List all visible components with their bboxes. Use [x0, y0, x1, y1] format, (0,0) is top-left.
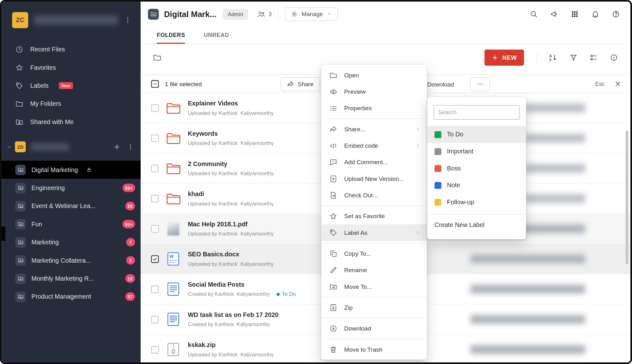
file-meta: Uploaded by Karthick Kaliyamoorthy	[188, 200, 274, 206]
sidebar-folder-fun[interactable]: Fun 99+	[2, 215, 141, 233]
sort-az-icon[interactable]	[549, 53, 557, 62]
sidebar-folder-event-webinar[interactable]: Event & Webinar Lea... 20	[2, 197, 141, 215]
menu-item-add-comment[interactable]: Add Comment...	[321, 154, 427, 170]
help-icon[interactable]	[612, 10, 620, 18]
folder-icon	[15, 100, 23, 108]
more-actions-button[interactable]	[471, 77, 490, 91]
tab-unread[interactable]: UNREAD	[204, 27, 229, 44]
unread-count-badge: 2	[126, 256, 135, 265]
file-meta: Uploaded by Karthick Kaliyamoorthy	[188, 261, 274, 267]
eye-icon	[329, 87, 337, 96]
menu-item-move-to[interactable]: Move To...	[321, 278, 427, 295]
menu-item-set-as-favorite[interactable]: Set as Favorite	[321, 208, 427, 224]
create-new-label[interactable]: Create New Label	[427, 217, 526, 234]
deselect-all-checkbox[interactable]	[151, 80, 159, 88]
team-folder-list: Digital Marketing Engineering 99+ Event …	[2, 161, 141, 306]
menu-item-move-to-trash[interactable]: Move to Trash	[321, 341, 427, 357]
label-search-input[interactable]	[434, 105, 520, 120]
menu-item-open[interactable]: Open	[321, 67, 427, 83]
file-meta: Created by Karthick Kaliyamoorthy	[188, 321, 270, 327]
menu-item-upload-new-version[interactable]: Upload New Version...	[321, 170, 427, 187]
sidebar-item-favorites[interactable]: Favorites	[2, 58, 141, 76]
menu-item-properties[interactable]: Properties	[321, 100, 427, 116]
sidebar-folder-digital-marketing[interactable]: Digital Marketing	[2, 161, 141, 179]
label-option-boss[interactable]: Boss	[427, 160, 526, 177]
menu-item-label-as[interactable]: Label As	[321, 224, 427, 241]
sidebar-item-label: Recent Files	[30, 46, 65, 53]
row-checkbox[interactable]	[151, 225, 159, 232]
menu-item-preview[interactable]: Preview	[321, 83, 427, 100]
chevron-down-icon[interactable]	[6, 144, 12, 150]
chevron-right-icon	[415, 230, 421, 235]
row-checkbox[interactable]	[151, 315, 159, 323]
label-dot	[276, 293, 280, 296]
row-checkbox[interactable]	[151, 104, 159, 112]
file-meta: Created by Karthick Kaliyamoorthy	[188, 291, 270, 297]
row-checkbox[interactable]	[151, 164, 159, 172]
sidebar-folder-engineering[interactable]: Engineering 99+	[2, 179, 141, 197]
label-option-important[interactable]: Important	[427, 143, 526, 160]
menu-item-share[interactable]: Share...	[321, 121, 427, 137]
team-menu-icon[interactable]	[127, 143, 134, 150]
file-name: SEO Basics.docx	[188, 251, 274, 258]
sidebar-item-recent-files[interactable]: Recent Files	[2, 40, 141, 58]
blurred-text	[525, 194, 585, 203]
label-color-swatch	[434, 165, 441, 172]
menu-item-zip[interactable]: Zip	[321, 299, 427, 316]
star-icon	[15, 63, 23, 72]
row-checkbox[interactable]	[151, 346, 159, 353]
breadcrumb-folder-icon[interactable]	[153, 53, 161, 62]
menu-item-embed-code[interactable]: Embed code	[321, 137, 427, 154]
info-icon[interactable]	[610, 53, 618, 62]
sidebar-item-shared-with-me[interactable]: Shared with Me	[2, 113, 141, 131]
search-icon[interactable]	[530, 10, 538, 18]
label-option-note[interactable]: Note	[427, 177, 526, 194]
filter-icon[interactable]	[569, 53, 578, 62]
row-checkbox[interactable]	[151, 285, 159, 293]
writer-doc-icon	[167, 252, 179, 266]
comment-icon	[329, 158, 337, 166]
sidebar-folder-monthly-marketing[interactable]: Monthly Marketing R... 16	[2, 269, 141, 287]
todo-label[interactable]: To Do	[276, 291, 296, 297]
team-avatar[interactable]: ZD	[15, 141, 26, 152]
divider	[536, 52, 536, 62]
label-submenu: To Do Important Boss Note Follow-up Crea…	[427, 97, 526, 239]
sidebar-folder-product-management[interactable]: Product Management 57	[2, 288, 141, 306]
scrollbar-thumb[interactable]	[626, 130, 629, 264]
menu-divider	[321, 297, 427, 297]
menu-item-rename[interactable]: Rename	[321, 262, 427, 278]
chevron-right-icon	[415, 143, 421, 148]
org-menu-icon[interactable]	[124, 16, 132, 24]
new-button[interactable]: NEW	[484, 49, 524, 65]
gear-icon	[291, 10, 298, 18]
download-icon	[329, 324, 337, 332]
manage-button[interactable]: Manage	[285, 7, 337, 21]
notifications-bell-icon[interactable]	[591, 10, 599, 18]
share-button[interactable]: Share	[281, 77, 320, 91]
label-option-to-do[interactable]: To Do	[427, 126, 526, 143]
announcements-icon[interactable]	[550, 10, 558, 18]
menu-item-check-out[interactable]: Check Out...	[321, 187, 427, 203]
sidebar-folder-marketing[interactable]: Marketing 7	[2, 233, 141, 251]
sidebar-item-labels[interactable]: Labels New	[2, 76, 141, 94]
org-avatar[interactable]: ZC	[12, 12, 28, 28]
add-folder-icon[interactable]	[113, 143, 120, 150]
menu-item-download[interactable]: Download	[321, 320, 427, 337]
tab-folders[interactable]: FOLDERS	[157, 27, 185, 44]
scroll-indicator	[2, 227, 5, 241]
row-checkbox[interactable]	[151, 134, 159, 142]
team-header: ZD	[2, 138, 141, 156]
sidebar-item-my-folders[interactable]: My Folders	[2, 95, 141, 113]
row-checkbox-checked[interactable]	[151, 255, 159, 263]
apps-grid-icon[interactable]	[571, 10, 579, 18]
members-button[interactable]: 3	[257, 10, 272, 19]
label-option-follow-up[interactable]: Follow-up	[427, 194, 526, 211]
upload-version-icon	[329, 175, 337, 183]
file-meta: Uploaded by Karthick Kaliyamoorthy	[188, 110, 274, 116]
sidebar-folder-marketing-collateral[interactable]: Marketing Collatera... 2	[2, 251, 141, 269]
menu-item-copy-to[interactable]: Copy To...	[321, 245, 427, 262]
org-header: ZC	[2, 2, 141, 28]
group-by-icon[interactable]	[590, 53, 598, 62]
close-icon[interactable]	[614, 80, 622, 87]
row-checkbox[interactable]	[151, 195, 159, 202]
